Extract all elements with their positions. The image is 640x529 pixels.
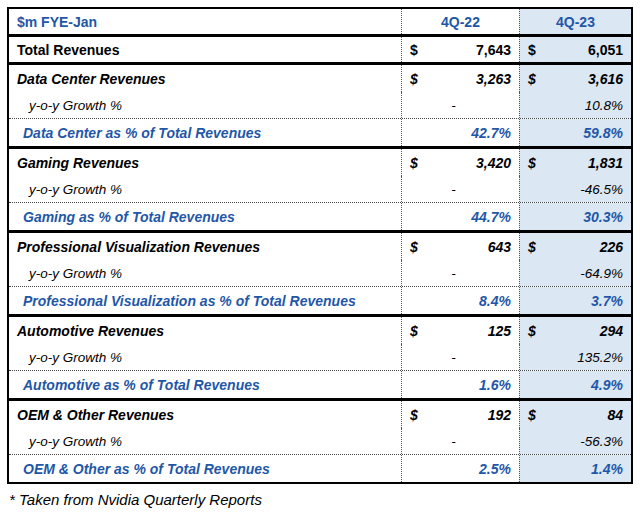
column-header-4q22: 4Q-22 [401,9,519,34]
section-gaming: Gaming Revenues $ 3,420 $ 1,831 y-o-y Gr… [9,149,631,233]
segment-revenue-4q23: $ 1,831 [519,149,631,176]
growth-4q23-value: -46.5% [519,176,631,202]
segment-revenue-label: OEM & Other Revenues [9,401,401,428]
currency-symbol: $ [528,239,536,255]
currency-symbol: $ [410,155,418,171]
pct-of-total-row: Automotive as % of Total Revenues 1.6% 4… [9,371,631,398]
currency-symbol: $ [410,71,418,87]
segment-revenue-label: Automotive Revenues [9,317,401,344]
pct-of-total-row: Data Center as % of Total Revenues 42.7%… [9,119,631,146]
pct-of-total-4q22-value: 44.7% [401,203,519,230]
growth-label: y-o-y Growth % [9,176,401,202]
pct-of-total-4q22-value: 2.5% [401,455,519,482]
pct-of-total-label: Professional Visualization as % of Total… [9,287,401,314]
pct-of-total-4q23-value: 30.3% [519,203,631,230]
growth-4q22-value: - [401,344,519,370]
pct-of-total-4q23-value: 1.4% [519,455,631,482]
total-revenues-4q23: $ 6,051 [519,37,631,62]
growth-row: y-o-y Growth % - 10.8% [9,92,631,119]
currency-symbol: $ [528,323,536,339]
pct-of-total-row: Gaming as % of Total Revenues 44.7% 30.3… [9,203,631,230]
currency-symbol: $ [528,71,536,87]
growth-row: y-o-y Growth % - -64.9% [9,260,631,287]
growth-row: y-o-y Growth % - 135.2% [9,344,631,371]
segment-revenue-4q22: $ 3,420 [401,149,519,176]
currency-symbol: $ [410,407,418,423]
growth-row: y-o-y Growth % - -46.5% [9,176,631,203]
column-header-4q23: 4Q-23 [519,9,631,34]
pct-of-total-row: Professional Visualization as % of Total… [9,287,631,314]
segment-revenue-label: Gaming Revenues [9,149,401,176]
growth-4q22-value: - [401,176,519,202]
growth-4q23-value: -64.9% [519,260,631,286]
revenue-row: Automotive Revenues $ 125 $ 294 [9,317,631,344]
segment-revenue-4q22: $ 3,263 [401,65,519,92]
growth-label: y-o-y Growth % [9,344,401,370]
pct-of-total-4q22-value: 8.4% [401,287,519,314]
segment-revenue-4q22-value: 3,263 [476,71,511,87]
growth-4q22-value: - [401,260,519,286]
segment-revenue-4q23: $ 3,616 [519,65,631,92]
segment-revenue-4q23-value: 84 [607,407,623,423]
segment-revenue-4q22-value: 643 [488,239,511,255]
pct-of-total-4q23-value: 3.7% [519,287,631,314]
currency-symbol: $ [410,323,418,339]
pct-of-total-4q22-value: 1.6% [401,371,519,398]
segment-revenue-4q22-value: 192 [488,407,511,423]
currency-symbol: $ [528,407,536,423]
source-footnote: * Taken from Nvidia Quarterly Reports [7,491,633,508]
segment-revenue-4q23: $ 84 [519,401,631,428]
segment-revenue-4q22-value: 125 [488,323,511,339]
growth-label: y-o-y Growth % [9,428,401,454]
total-revenues-4q23-value: 6,051 [588,42,623,58]
currency-symbol: $ [410,239,418,255]
growth-row: y-o-y Growth % - -56.3% [9,428,631,455]
section-oem-other: OEM & Other Revenues $ 192 $ 84 y-o-y Gr… [9,401,631,482]
growth-4q22-value: - [401,92,519,118]
growth-label: y-o-y Growth % [9,92,401,118]
revenue-row: Gaming Revenues $ 3,420 $ 1,831 [9,149,631,176]
section-automotive: Automotive Revenues $ 125 $ 294 y-o-y Gr… [9,317,631,401]
total-revenues-4q22-value: 7,643 [476,42,511,58]
growth-4q22-value: - [401,428,519,454]
pct-of-total-4q23-value: 4.9% [519,371,631,398]
growth-4q23-value: 10.8% [519,92,631,118]
segment-revenue-4q23-value: 226 [600,239,623,255]
revenue-row: Data Center Revenues $ 3,263 $ 3,616 [9,65,631,92]
total-revenues-label: Total Revenues [9,37,401,62]
revenue-table: $m FYE-Jan 4Q-22 4Q-23 Total Revenues $ … [7,7,633,484]
page: $m FYE-Jan 4Q-22 4Q-23 Total Revenues $ … [0,0,640,508]
segment-revenue-4q23: $ 226 [519,233,631,260]
pct-of-total-4q23-value: 59.8% [519,119,631,146]
pct-of-total-label: Automotive as % of Total Revenues [9,371,401,398]
segment-revenue-4q22: $ 192 [401,401,519,428]
segment-revenue-4q22-value: 3,420 [476,155,511,171]
currency-symbol: $ [528,42,536,58]
currency-symbol: $ [410,42,418,58]
segment-revenue-4q23-value: 294 [600,323,623,339]
header-units-label: $m FYE-Jan [9,9,401,34]
currency-symbol: $ [528,155,536,171]
section-professional-visualization: Professional Visualization Revenues $ 64… [9,233,631,317]
pct-of-total-4q22-value: 42.7% [401,119,519,146]
growth-4q23-value: 135.2% [519,344,631,370]
segment-revenue-4q23-value: 3,616 [588,71,623,87]
total-revenues-4q22: $ 7,643 [401,37,519,62]
table-header-row: $m FYE-Jan 4Q-22 4Q-23 [9,9,631,37]
section-data-center: Data Center Revenues $ 3,263 $ 3,616 y-o… [9,65,631,149]
pct-of-total-label: Data Center as % of Total Revenues [9,119,401,146]
growth-label: y-o-y Growth % [9,260,401,286]
segment-revenue-4q22: $ 125 [401,317,519,344]
pct-of-total-label: OEM & Other as % of Total Revenues [9,455,401,482]
segment-revenue-label: Data Center Revenues [9,65,401,92]
total-revenues-row: Total Revenues $ 7,643 $ 6,051 [9,37,631,65]
revenue-row: Professional Visualization Revenues $ 64… [9,233,631,260]
segment-revenue-4q23: $ 294 [519,317,631,344]
pct-of-total-row: OEM & Other as % of Total Revenues 2.5% … [9,455,631,482]
pct-of-total-label: Gaming as % of Total Revenues [9,203,401,230]
growth-4q23-value: -56.3% [519,428,631,454]
segment-revenue-4q22: $ 643 [401,233,519,260]
segment-revenue-label: Professional Visualization Revenues [9,233,401,260]
revenue-row: OEM & Other Revenues $ 192 $ 84 [9,401,631,428]
segment-revenue-4q23-value: 1,831 [588,155,623,171]
